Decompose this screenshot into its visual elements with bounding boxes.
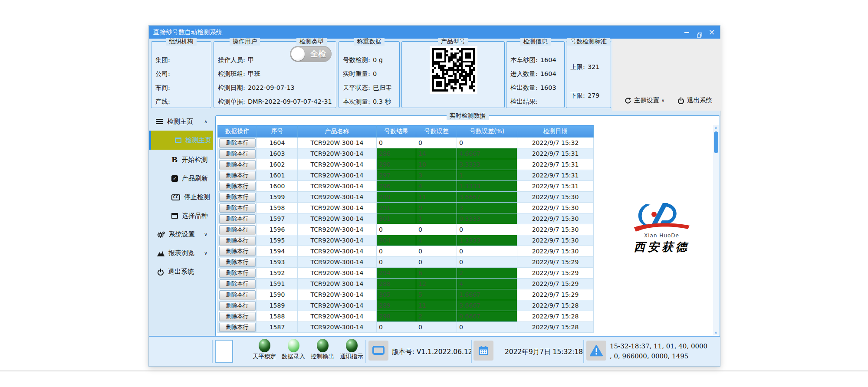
cell-error_pct: 3.6667: [457, 300, 517, 311]
delete-row-button[interactable]: 删除本行: [219, 203, 256, 213]
cell-error: 1: [416, 213, 457, 224]
column-header[interactable]: 号数结果: [377, 125, 416, 138]
column-header[interactable]: 产品名称: [298, 125, 377, 138]
full-inspection-toggle[interactable]: 全检: [290, 46, 332, 62]
scroll-down-icon[interactable]: ∨: [713, 331, 719, 335]
cell-action: 删除本行: [218, 181, 257, 192]
cell-action: 删除本行: [218, 246, 257, 257]
close-button[interactable]: ×: [706, 26, 717, 39]
sidebar-item-start-detection[interactable]: B 开始检测: [149, 151, 213, 169]
led-icon: [259, 339, 270, 352]
table-row: 删除本行1604TCR920W-300-140002022/9/7 15:32: [218, 138, 594, 148]
delete-row-button[interactable]: 删除本行: [219, 214, 256, 223]
sidebar-item-home[interactable]: 检测主页: [149, 131, 213, 150]
status-input[interactable]: [215, 340, 233, 363]
sidebar-group-header[interactable]: 检测主页 ∧: [149, 113, 213, 130]
cell-error_pct: 1.3333: [457, 235, 517, 246]
cell-product: TCR920W-300-14: [298, 289, 377, 300]
field-row: 进入数量:1604: [510, 69, 562, 78]
delete-row-button[interactable]: 删除本行: [219, 236, 256, 245]
field-row: 车间:: [155, 83, 209, 92]
cell-product: TCR920W-300-14: [298, 268, 377, 279]
minimize-icon: [684, 32, 689, 33]
titlebar: 直接纱号数自动检测系统 ×: [149, 26, 720, 39]
sidebar-item-report-browse[interactable]: 报表浏览 ∨: [149, 244, 213, 262]
chevron-down-icon: ∨: [204, 232, 207, 237]
refresh-icon: [625, 97, 631, 104]
minimize-button[interactable]: [681, 26, 692, 39]
restore-button[interactable]: [694, 26, 705, 39]
scroll-up-icon[interactable]: ∧: [713, 125, 719, 130]
sidebar-item-select-variety[interactable]: 选择品种: [149, 207, 213, 225]
vertical-scrollbar[interactable]: ∧ ∨: [713, 125, 719, 335]
cell-seq: 1592: [257, 268, 298, 279]
delete-row-button[interactable]: 删除本行: [219, 279, 256, 289]
groupbox-title: 组织机构: [166, 38, 197, 46]
delete-row-button[interactable]: 删除本行: [219, 312, 256, 321]
cell-product: TCR920W-300-14: [298, 192, 377, 203]
cell-action: 删除本行: [218, 138, 257, 148]
column-header[interactable]: 号数误差: [416, 125, 457, 138]
cell-date: 2022/9/7 15:28: [517, 322, 594, 333]
cell-product: TCR920W-300-14: [298, 148, 377, 159]
cell-date: 2022/9/7 15:31: [517, 181, 594, 192]
column-header[interactable]: 数据操作: [218, 125, 257, 138]
sidebar-item-stop-detection[interactable]: CC 停止检测: [149, 188, 213, 207]
delete-row-button[interactable]: 删除本行: [219, 258, 256, 267]
cell-result: 301: [377, 213, 416, 224]
field-row: 检测单据:DMR-2022-09-07-07-42-31: [218, 97, 334, 106]
delete-row-button[interactable]: 删除本行: [219, 323, 256, 332]
cell-action: 删除本行: [218, 159, 257, 170]
cell-error_pct: 4.6667: [457, 148, 517, 159]
table-row: 删除本行1594TCR920W-300-140002022/9/7 15:30: [218, 246, 594, 257]
delete-row-button[interactable]: 删除本行: [219, 290, 256, 299]
led-indicators: 天平稳定 数据录入 控制输出 通讯指示: [250, 339, 365, 361]
cell-result: 297: [377, 170, 416, 181]
sidebar-item-product-refresh[interactable]: ✓ 产品刷新: [149, 169, 213, 188]
top-right-zone: 主题设置 ∨ 退出系统: [612, 39, 721, 111]
cell-date: 2022/9/7 15:32: [517, 138, 594, 148]
cell-action: 删除本行: [218, 203, 257, 213]
delete-row-button[interactable]: 删除本行: [219, 247, 256, 256]
cell-product: TCR920W-300-14: [298, 170, 377, 181]
column-header[interactable]: 检测日期: [517, 125, 594, 138]
chart-icon: [157, 250, 164, 256]
sidebar-item-system-settings[interactable]: 系统设置 ∨: [149, 225, 213, 244]
table-row: 删除本行1598TCR920W-300-14291932022/9/7 15:3…: [218, 203, 594, 213]
delete-row-button[interactable]: 删除本行: [219, 138, 256, 148]
table-row: 删除本行1596TCR920W-300-140002022/9/7 15:30: [218, 224, 594, 235]
delete-row-button[interactable]: 删除本行: [219, 269, 256, 278]
cell-product: TCR920W-300-14: [298, 138, 377, 148]
delete-row-button[interactable]: 删除本行: [219, 225, 256, 234]
cell-date: 2022/9/7 15:28: [517, 300, 594, 311]
divider: [212, 340, 213, 363]
column-header[interactable]: 序号: [257, 125, 298, 138]
theme-settings-button[interactable]: 主题设置 ∨: [625, 96, 664, 105]
cell-date: 2022/9/7 15:29: [517, 268, 594, 279]
cell-product: TCR920W-300-14: [298, 235, 377, 246]
sidebar-item-exit-system[interactable]: 退出系统: [149, 262, 213, 281]
cell-date: 2022/9/7 15:28: [517, 311, 594, 322]
table-row: 删除本行1591TCR920W-300-142881242022/9/7 15:…: [218, 279, 594, 289]
exit-system-button[interactable]: 退出系统: [677, 96, 712, 105]
cell-product: TCR920W-300-14: [298, 213, 377, 224]
field-row: 上限:321: [570, 62, 609, 71]
cell-action: 删除本行: [218, 213, 257, 224]
table-row: 删除本行1599TCR920W-300-14289113.66672022/9/…: [218, 192, 594, 203]
cell-result: 290: [377, 159, 416, 170]
column-header[interactable]: 号数误差(%): [457, 125, 517, 138]
delete-row-button[interactable]: 删除本行: [219, 182, 256, 191]
delete-row-button[interactable]: 删除本行: [219, 193, 256, 202]
delete-row-button[interactable]: 删除本行: [219, 149, 256, 158]
table-row: 删除本行1597TCR920W-300-1430110.33332022/9/7…: [218, 213, 594, 224]
logo-emblem-icon: [631, 200, 692, 234]
operator-groupbox: 操作用户 检测类型 操作人员:甲 检测班组:甲班 检测日期:2022-09-07…: [214, 41, 336, 108]
delete-row-button[interactable]: 删除本行: [219, 160, 256, 169]
delete-row-button[interactable]: 删除本行: [219, 171, 256, 180]
cell-action: 删除本行: [218, 279, 257, 289]
scrollbar-thumb[interactable]: [714, 131, 718, 153]
qr-code: [430, 46, 477, 94]
delete-row-button[interactable]: 删除本行: [219, 301, 256, 310]
cell-product: TCR920W-300-14: [298, 246, 377, 257]
cell-error: 3: [416, 170, 457, 181]
